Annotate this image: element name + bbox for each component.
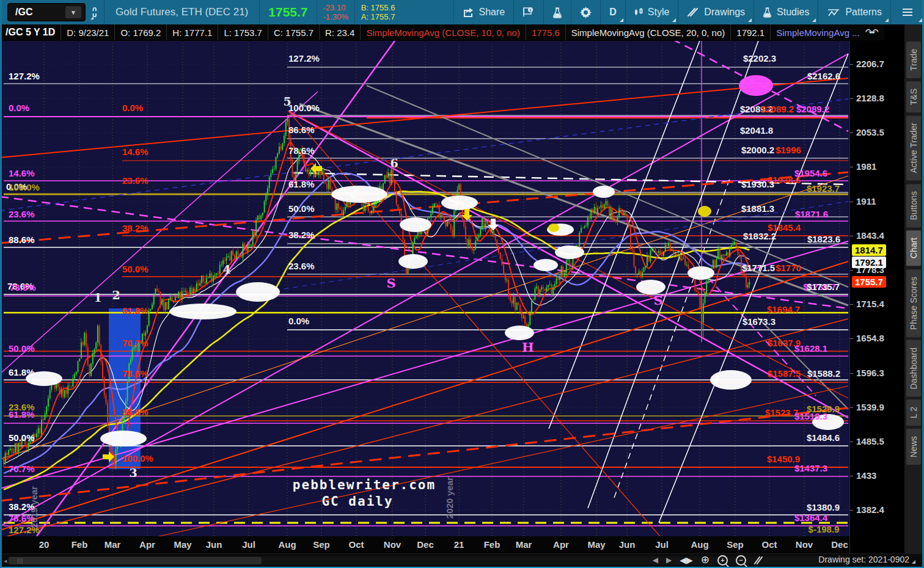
axis-price-label: 1715.4 — [856, 299, 884, 309]
sidebar-tab-dashboard[interactable]: Dashboard — [906, 340, 921, 397]
candle-body — [747, 285, 749, 288]
annotation-ellipse — [555, 246, 584, 259]
candle-body — [633, 250, 634, 266]
candle-body — [397, 204, 398, 209]
flag-info-icon[interactable]: i — [514, 0, 543, 24]
candle-body — [533, 299, 534, 300]
drawing-set-label[interactable]: Drawing set: 2021-0902 — [818, 555, 915, 564]
candle-body — [516, 303, 518, 310]
gear-icon[interactable] — [571, 0, 600, 24]
share-button[interactable]: Share — [454, 0, 514, 24]
candle-body — [703, 303, 704, 322]
candle-body — [515, 297, 516, 310]
axis-price-label: 1981 — [856, 161, 876, 172]
time-axis-label: Jul — [242, 539, 255, 550]
style-button[interactable]: Style — [626, 0, 678, 24]
candle-body — [89, 365, 90, 376]
sidebar-tab-t-s[interactable]: T&S — [906, 81, 921, 112]
scrollbar-thumb[interactable]: ||| — [9, 557, 262, 564]
candle-body — [396, 191, 397, 205]
time-axis-label: Sep — [727, 539, 744, 550]
chart-label: 23.6% — [9, 209, 35, 219]
sidebar-tab-chart[interactable]: Chart — [906, 230, 921, 266]
sidebar-tab-news[interactable]: News — [906, 429, 921, 465]
chart-label: $2202.3 — [743, 53, 776, 64]
annotation-ellipse — [739, 75, 773, 96]
candle-body — [505, 274, 506, 280]
time-axis-label: Aug — [691, 539, 708, 550]
candle-body — [6, 453, 7, 455]
sidebar-tab-l-2[interactable]: L 2 — [906, 399, 921, 426]
candle-body — [99, 326, 100, 344]
axis-tickmark — [850, 407, 853, 408]
candle-body — [474, 249, 475, 250]
sidebar-tab-active-trader[interactable]: Active Trader — [906, 115, 921, 180]
chart-label: $2089.2 — [796, 104, 829, 114]
chart-header: /GC 5 Y 1D D: 9/23/21 O: 1769.2 H: 1777.… — [0, 24, 884, 41]
chart-label: 38.2% — [122, 223, 148, 233]
chart-canvas[interactable]: 127.2%0.0%14.6%0.0%100.0%23.6%88.6%78.6%… — [0, 40, 849, 536]
time-axis-label: Apr — [139, 539, 155, 550]
annotation-ellipse — [331, 186, 387, 203]
candle-body — [218, 273, 219, 274]
candle-body — [59, 387, 61, 394]
zoom-out-icon[interactable]: − — [736, 555, 746, 566]
candle-body — [114, 455, 115, 465]
zoom-in-icon[interactable]: + — [717, 555, 728, 566]
link-icon[interactable] — [86, 0, 104, 24]
candle-body — [584, 226, 585, 228]
chart-label: 86.6% — [288, 125, 315, 135]
sma20-study-label[interactable]: SimpleMovingAvg (CLOSE, 20, 0, no) — [566, 24, 732, 40]
candle-body — [102, 362, 103, 378]
time-axis-label: Nov — [384, 539, 401, 550]
candle-body — [439, 206, 440, 217]
candle-body — [198, 283, 199, 285]
pan-crosshair-icon[interactable]: ⊕ — [701, 556, 710, 564]
chart-label: 6 — [390, 156, 398, 170]
chart-label: 61.8% — [9, 409, 35, 420]
sidebar-tab-trade[interactable]: Trade — [906, 42, 921, 78]
menu-icon[interactable] — [891, 0, 924, 24]
drawings-button[interactable]: Drawings — [678, 0, 754, 24]
time-axis-label: Sep — [313, 539, 330, 550]
chevron-down-icon[interactable]: ▼ — [65, 6, 81, 18]
candle-body — [262, 213, 263, 216]
symbol-input[interactable]: /GC ▼ — [7, 3, 86, 21]
sidebar-tab-phase-scores[interactable]: Phase Scores — [906, 269, 921, 337]
candle-body — [744, 274, 745, 275]
candle-body — [536, 286, 537, 288]
patterns-button[interactable]: Patterns — [818, 0, 890, 24]
sma10-study-label[interactable]: SimpleMovingAvg (CLOSE, 10, 0, no) — [361, 24, 526, 40]
candle-body — [512, 300, 513, 304]
sma3-study-label[interactable]: SimpleMovingAvg ... — [771, 24, 865, 40]
candle-body — [208, 277, 209, 278]
candle-body — [188, 294, 189, 295]
candle-body — [105, 395, 106, 402]
price-axis[interactable]: 2206.72128.82053.5198119111843.41778.317… — [849, 40, 905, 553]
time-axis[interactable]: 20FebMarAprMayJunJulAugSepOctNovDec21Feb… — [0, 536, 849, 553]
sidebar-tab-buttons[interactable]: Buttons — [906, 184, 921, 227]
candle-body — [503, 264, 504, 273]
candle-body — [477, 238, 478, 241]
candle-body — [34, 434, 35, 437]
chart-label: $1437.3 — [794, 463, 827, 473]
studies-button[interactable]: Studies — [754, 0, 818, 24]
step-forward-icon[interactable]: ▶ — [666, 556, 672, 564]
timeframe-button[interactable]: D — [601, 0, 625, 24]
step-back-icon[interactable]: ◀ — [653, 556, 658, 564]
curved-arrows-icon[interactable]: ↷↶ — [865, 27, 877, 38]
axis-tickmark — [850, 270, 853, 271]
candle-body — [618, 208, 620, 217]
instrument-title: Gold Futures, ETH (DEC 21) — [105, 0, 259, 24]
candle-body — [104, 378, 105, 395]
expand-horizontal-icon[interactable]: ◀▶ — [680, 556, 693, 564]
flask-icon[interactable] — [544, 0, 571, 24]
axis-price-label: 1485.5 — [856, 436, 884, 446]
candle-body — [155, 288, 156, 294]
candle-body — [557, 279, 559, 280]
drawings-slash-icon[interactable] — [754, 556, 764, 564]
candle-body — [236, 252, 237, 259]
candle-body — [297, 161, 298, 175]
candle-body — [171, 297, 172, 300]
candle-body — [567, 259, 568, 260]
